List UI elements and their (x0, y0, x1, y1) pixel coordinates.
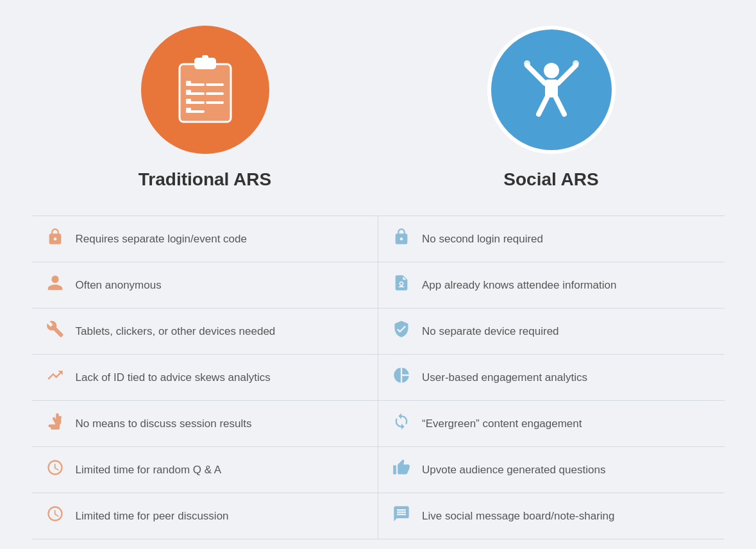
doc-user-icon (391, 274, 412, 296)
right-title: Social ARS (503, 169, 598, 190)
refresh-icon (391, 412, 412, 435)
left-header: Traditional ARS (32, 13, 378, 209)
left-text-6: Limited time for random Q & A (76, 462, 222, 478)
svg-line-20 (556, 97, 564, 114)
right-icon-circle (487, 26, 616, 154)
right-cell-6: Upvote audience generated questions (378, 447, 725, 493)
right-text-6: Upvote audience generated questions (422, 462, 605, 478)
right-cell-4: User-based engagement analytics (378, 355, 725, 400)
right-cell-7: Live social message board/note-sharing (378, 493, 725, 539)
svg-rect-3 (202, 55, 208, 62)
right-cell-2: App already knows attendee information (378, 262, 725, 308)
chat-icon (391, 505, 412, 527)
left-cell-7: Limited time for peer discussion (32, 493, 378, 539)
svg-point-22 (573, 60, 579, 67)
svg-line-17 (527, 65, 545, 83)
svg-point-21 (524, 60, 530, 67)
right-cell-3: No separate device required (378, 308, 725, 354)
main-container: Traditional ARS (26, 0, 731, 549)
left-cell-4: Lack of ID tied to advice skews analytic… (32, 355, 378, 400)
hand-icon (45, 412, 65, 435)
row-7: Limited time for peer discussion Live so… (32, 493, 725, 539)
left-text-4: Lack of ID tied to advice skews analytic… (76, 370, 271, 385)
left-text-5: No means to discuss session results (76, 416, 252, 432)
svg-line-19 (539, 97, 547, 114)
right-header: Social ARS (378, 13, 725, 209)
right-text-2: App already knows attendee information (422, 278, 616, 293)
right-text-5: “Evergreen” content engagement (422, 416, 582, 432)
left-cell-6: Limited time for random Q & A (32, 447, 378, 493)
row-2: Often anonymous App already knows attend… (32, 262, 725, 308)
lock-icon (45, 228, 65, 250)
svg-rect-11 (186, 81, 191, 86)
pie-icon (391, 366, 412, 389)
svg-point-15 (544, 63, 559, 78)
row-1: Requires separate login/event code No se… (32, 215, 725, 262)
svg-rect-14 (186, 108, 191, 113)
tools-icon (45, 320, 65, 342)
header-row: Traditional ARS (32, 13, 725, 209)
social-icon (513, 51, 590, 128)
clock-peer-icon (45, 505, 65, 527)
rows-section: Requires separate login/event code No se… (32, 215, 725, 539)
row-3: Tablets, clickers, or other devices need… (32, 308, 725, 354)
left-text-1: Requires separate login/event code (76, 232, 247, 247)
left-cell-3: Tablets, clickers, or other devices need… (32, 308, 378, 354)
right-text-4: User-based engagement analytics (422, 370, 587, 385)
row-6: Limited time for random Q & A Upvote aud… (32, 446, 725, 493)
left-title: Traditional ARS (139, 169, 271, 190)
row-5: No means to discuss session results “Eve… (32, 400, 725, 446)
left-cell-5: No means to discuss session results (32, 401, 378, 446)
right-cell-5: “Evergreen” content engagement (378, 401, 725, 446)
thumbup-icon (391, 459, 412, 481)
svg-rect-13 (186, 99, 191, 104)
left-text-3: Tablets, clickers, or other devices need… (76, 324, 276, 339)
svg-line-18 (558, 65, 576, 83)
left-text-2: Often anonymous (76, 278, 162, 293)
svg-rect-12 (186, 90, 191, 95)
left-icon-circle (141, 26, 269, 154)
clock-q-icon (45, 459, 65, 481)
row-4: Lack of ID tied to advice skews analytic… (32, 354, 725, 400)
left-cell-1: Requires separate login/event code (32, 216, 378, 262)
check-shield-icon (391, 320, 412, 342)
right-text-3: No separate device required (422, 324, 559, 339)
left-cell-2: Often anonymous (32, 262, 378, 308)
analytics-icon (45, 366, 65, 389)
lock-check-icon (391, 228, 412, 250)
right-text-1: No second login required (422, 232, 543, 247)
right-cell-1: No second login required (378, 216, 725, 262)
right-text-7: Live social message board/note-sharing (422, 509, 615, 524)
clipboard-icon (170, 51, 240, 128)
left-text-7: Limited time for peer discussion (76, 509, 229, 524)
user-icon (45, 274, 65, 296)
